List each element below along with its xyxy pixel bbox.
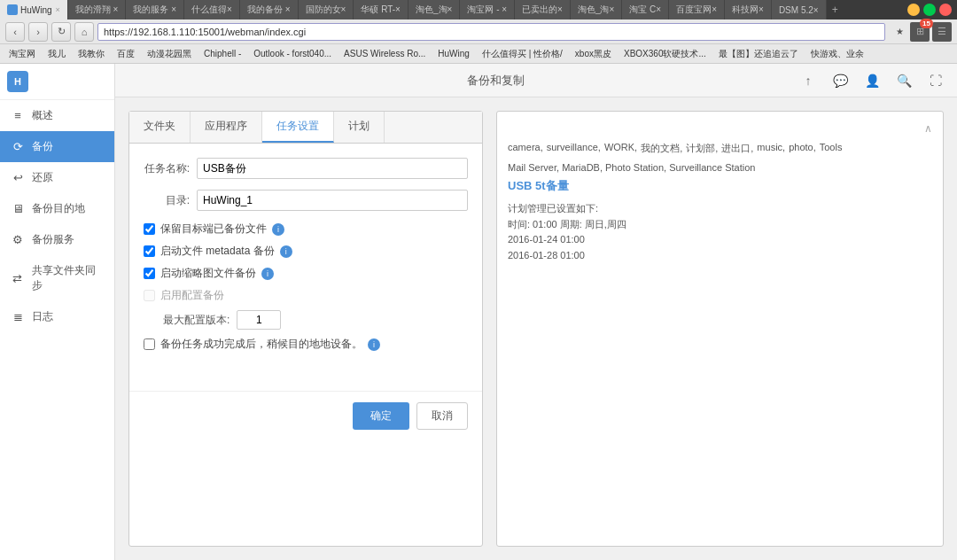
- bookmark-13[interactable]: 快游戏、业余: [807, 46, 868, 62]
- menu-button[interactable]: ☰: [932, 22, 952, 42]
- bookmark-5[interactable]: Chiphell -: [200, 47, 245, 60]
- sidebar-item-destination[interactable]: 🖥 备份目的地: [0, 193, 114, 224]
- tab-2[interactable]: 我的服务 ×: [126, 0, 184, 19]
- bookmark-1[interactable]: 我儿: [44, 46, 69, 62]
- checkbox-row-0: 保留目标端已备份文件 i: [144, 222, 468, 237]
- version-label: 最大配置版本:: [163, 313, 230, 328]
- forward-button[interactable]: ›: [28, 22, 48, 42]
- bookmark-taobao[interactable]: 淘宝网: [5, 46, 39, 62]
- tab-3[interactable]: 什么值得×: [184, 0, 240, 19]
- bookmark-10[interactable]: xbox黑皮: [572, 46, 615, 62]
- bookmarks-btn[interactable]: ★: [892, 25, 907, 38]
- schedule-time: 时间: 01:00 周期: 周日,周四: [508, 217, 932, 233]
- version-input[interactable]: [237, 310, 281, 330]
- maximize-button[interactable]: [923, 4, 936, 16]
- tab-favicon-huwing: [7, 4, 18, 15]
- info-icon-0[interactable]: i: [272, 223, 284, 236]
- tab-5[interactable]: 国防的女×: [299, 0, 354, 19]
- cancel-button[interactable]: 取消: [416, 402, 468, 430]
- sidebar-item-service[interactable]: ⚙ 备份服务: [0, 224, 114, 255]
- tab-12[interactable]: 百度宝网×: [669, 0, 725, 19]
- tab-1[interactable]: 我的滑翔 ×: [68, 0, 127, 19]
- tab-label-1: 我的滑翔 ×: [75, 4, 119, 16]
- sidebar-item-restore[interactable]: ↩ 还原: [0, 162, 114, 193]
- dialog-tab-app[interactable]: 应用程序: [191, 112, 262, 143]
- refresh-button[interactable]: ↻: [51, 22, 71, 42]
- dialog-tab-settings[interactable]: 任务设置: [262, 112, 334, 143]
- sidebar: H ≡ 概述 ⟳ 备份 ↩ 还原 🖥 备份目的地 ⚙ 备份服务: [0, 64, 115, 560]
- bookmark-7[interactable]: ASUS Wireless Ro...: [340, 47, 429, 60]
- user-icon[interactable]: 👤: [860, 68, 884, 93]
- dialog-footer: 确定 取消: [129, 391, 482, 440]
- sidebar-label-destination: 备份目的地: [32, 201, 85, 216]
- sidebar-label-overview: 概述: [32, 108, 53, 123]
- tag-8: Tools: [820, 142, 843, 155]
- schedule-date1: 2016-01-24 01:00: [508, 232, 932, 248]
- back-button[interactable]: ‹: [5, 22, 25, 42]
- tab-9[interactable]: 已卖出的×: [515, 0, 571, 19]
- tab-huwing[interactable]: HuWing ×: [0, 0, 68, 19]
- dialog-tab-folder[interactable]: 文件夹: [129, 112, 191, 143]
- bookmark-6[interactable]: Outlook - forst040...: [250, 47, 335, 60]
- sidebar-item-log[interactable]: ≣ 日志: [0, 301, 114, 332]
- bookmark-3[interactable]: 百度: [113, 46, 138, 62]
- checkbox-row-3: 启用配置备份: [144, 288, 468, 303]
- checkbox-label-1: 启动文件 metadata 备份: [160, 244, 275, 259]
- info-icon-1[interactable]: i: [280, 245, 292, 258]
- bookmark-11[interactable]: XBOX360软硬技术...: [620, 46, 710, 62]
- destination-input[interactable]: [197, 190, 468, 211]
- checkbox-3: [144, 290, 155, 301]
- tab-label-14: DSM 5.2×: [779, 5, 819, 15]
- tab-10[interactable]: 淘色_淘×: [571, 0, 622, 19]
- bookmark-4[interactable]: 动漫花园黑: [144, 46, 195, 62]
- usb-label: USB 5t备量: [508, 178, 932, 194]
- tab-11[interactable]: 淘宝 C×: [622, 0, 669, 19]
- sidebar-item-overview[interactable]: ≡ 概述: [0, 100, 114, 131]
- page-title: 备份和复制: [195, 73, 796, 89]
- bookmark-12[interactable]: 最【图】还追追云了: [715, 46, 802, 62]
- checkbox-label-3: 启用配置备份: [160, 288, 224, 303]
- checkbox-2[interactable]: [144, 268, 155, 279]
- dialog-body: 任务名称: 目录: 保留目标端已备份文件 i: [129, 144, 482, 373]
- info-icon-extra[interactable]: i: [368, 338, 380, 351]
- bookmark-2[interactable]: 我教你: [74, 46, 108, 62]
- checkbox-0[interactable]: [144, 223, 155, 235]
- tab-13[interactable]: 科技网×: [725, 0, 772, 19]
- services-row: Mail Server, MariaDB, Photo Station, Sur…: [508, 162, 932, 173]
- tab-14[interactable]: DSM 5.2×: [772, 0, 827, 19]
- app-container: H ≡ 概述 ⟳ 备份 ↩ 还原 🖥 备份目的地 ⚙ 备份服务: [0, 64, 957, 560]
- app-logo: H: [7, 71, 28, 92]
- tab-label-12: 百度宝网×: [676, 4, 717, 16]
- bookmark-9[interactable]: 什么值得买 | 性价格/: [478, 46, 566, 62]
- content-area: 文件夹 应用程序 任务设置 计划 任务名称:: [115, 97, 957, 560]
- confirm-button[interactable]: 确定: [353, 402, 409, 430]
- bookmark-huwing[interactable]: HuWing: [434, 47, 473, 60]
- address-input[interactable]: [97, 23, 885, 41]
- bookmarks-bar: 淘宝网 我儿 我教你 百度 动漫花园黑 Chiphell - Outlook -…: [0, 44, 957, 64]
- sidebar-item-sync[interactable]: ⇄ 共享文件夹同步: [0, 255, 114, 301]
- fullscreen-icon[interactable]: ⛶: [923, 68, 948, 93]
- upload-icon[interactable]: ↑: [796, 68, 821, 93]
- checkbox-1[interactable]: [144, 245, 155, 257]
- sidebar-item-backup[interactable]: ⟳ 备份: [0, 131, 114, 162]
- dialog-tab-schedule[interactable]: 计划: [334, 112, 385, 143]
- info-icon-2[interactable]: i: [261, 268, 274, 280]
- minimize-button[interactable]: [907, 4, 920, 16]
- close-button[interactable]: [939, 4, 952, 16]
- tab-label-2: 我的服务 ×: [133, 4, 176, 16]
- extra-checkbox[interactable]: [144, 338, 155, 350]
- tab-close-huwing[interactable]: ×: [56, 5, 60, 14]
- tab-7[interactable]: 淘色_淘×: [408, 0, 460, 19]
- chat-icon[interactable]: 💬: [828, 68, 852, 93]
- collapse-icon[interactable]: ∧: [508, 122, 932, 135]
- new-tab-button[interactable]: +: [827, 0, 844, 19]
- task-name-input[interactable]: [197, 158, 468, 179]
- tab-4[interactable]: 我的备份 ×: [240, 0, 299, 19]
- tab-6[interactable]: 华硕 RT-×: [354, 0, 408, 19]
- sidebar-label-log: 日志: [32, 309, 53, 324]
- tag-2: WORK,: [604, 142, 637, 155]
- home-button[interactable]: ⌂: [74, 22, 94, 42]
- search-icon[interactable]: 🔍: [891, 68, 916, 93]
- tab-8[interactable]: 淘宝网 - ×: [460, 0, 515, 19]
- schedule-date2: 2016-01-28 01:00: [508, 248, 932, 264]
